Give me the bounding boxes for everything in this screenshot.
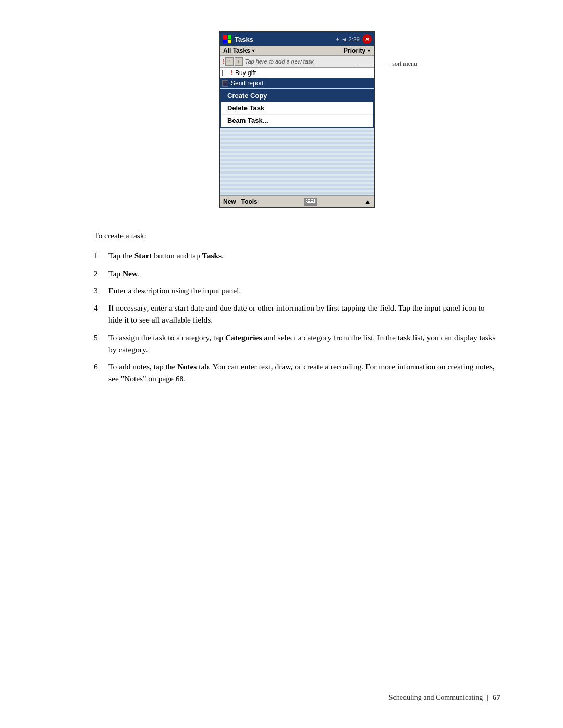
- task-list: ! Buy gift Send report Create Copy Delet…: [220, 68, 374, 128]
- filter-bar: All Tasks ▼ Priority ▼: [220, 46, 374, 56]
- priority-arrow: ▼: [366, 48, 371, 53]
- main-text-area: To create a task: 1 Tap the Start button…: [94, 229, 500, 385]
- delete-task-menu-item[interactable]: Delete Task: [221, 102, 373, 115]
- create-copy-menu-item[interactable]: Create Copy: [221, 90, 373, 102]
- list-item: 1 Tap the Start button and tap Tasks.: [94, 250, 500, 262]
- add-task-bar: ! ↕ ↓ Tap here to add a new task: [220, 56, 374, 68]
- step-content: Tap the Start button and tap Tasks.: [108, 250, 500, 262]
- svg-rect-3: [309, 199, 310, 200]
- step-content: To assign the task to a category, tap Ca…: [108, 331, 500, 356]
- priority-dropdown[interactable]: Priority ▼: [344, 47, 371, 54]
- close-button[interactable]: ✕: [362, 34, 372, 44]
- all-tasks-dropdown[interactable]: All Tasks ▼: [223, 47, 256, 54]
- svg-rect-8: [308, 201, 309, 202]
- sort-down-button[interactable]: ↓: [235, 57, 243, 66]
- pda-titlebar: Tasks ✦ ◄ 2:29 ✕: [220, 32, 374, 46]
- step-number: 6: [94, 361, 108, 385]
- step-content: If necessary, enter a start date and due…: [108, 302, 500, 326]
- add-task-placeholder[interactable]: Tap here to add a new task: [245, 58, 314, 65]
- bold-start: Start: [134, 251, 152, 260]
- task-priority-icon: !: [231, 69, 233, 77]
- svg-rect-4: [311, 199, 312, 200]
- footer-separator: |: [487, 694, 488, 702]
- bold-notes: Notes: [177, 362, 197, 371]
- task-checkbox[interactable]: [222, 80, 228, 87]
- footer-section: Scheduling and Communicating: [389, 694, 483, 702]
- beam-task-menu-item[interactable]: Beam Task...: [221, 115, 373, 127]
- svg-rect-9: [309, 201, 310, 202]
- svg-rect-2: [308, 199, 309, 200]
- step-number: 5: [94, 331, 108, 356]
- intro-paragraph: To create a task:: [94, 229, 500, 241]
- task-label: Buy gift: [235, 69, 256, 77]
- windows-logo-icon: [223, 34, 232, 44]
- tools-button[interactable]: Tools: [241, 198, 258, 205]
- new-button[interactable]: New: [223, 198, 236, 205]
- sort-up-button[interactable]: ↕: [225, 57, 234, 66]
- step-content: To add notes, tap the Notes tab. You can…: [108, 361, 500, 385]
- priority-label: Priority: [344, 47, 365, 54]
- pda-screen: Tasks ✦ ◄ 2:29 ✕ All Tasks ▼ Priority ▼: [219, 31, 375, 208]
- bold-new: New: [123, 269, 138, 278]
- task-label: Send report: [231, 80, 264, 87]
- page-footer: Scheduling and Communicating | 67: [389, 693, 500, 702]
- callout-label: sort menu: [392, 60, 417, 68]
- page-number: 67: [493, 693, 500, 702]
- step-number: 3: [94, 285, 108, 297]
- all-tasks-arrow: ▼: [251, 48, 256, 53]
- svg-rect-13: [307, 202, 314, 203]
- task-row[interactable]: ! Buy gift: [220, 68, 374, 78]
- step-content: Enter a description using the input pane…: [108, 285, 500, 297]
- list-item: 4 If necessary, enter a start date and d…: [94, 302, 500, 326]
- step-number: 4: [94, 302, 108, 326]
- priority-indicator: !: [222, 58, 224, 65]
- svg-rect-1: [306, 199, 307, 200]
- svg-rect-12: [314, 200, 315, 203]
- steps-list: 1 Tap the Start button and tap Tasks. 2 …: [94, 250, 500, 385]
- svg-rect-6: [314, 199, 315, 200]
- scroll-up-icon[interactable]: ▲: [364, 198, 371, 206]
- task-checkbox[interactable]: [222, 70, 228, 76]
- list-item: 6 To add notes, tap the Notes tab. You c…: [94, 361, 500, 385]
- step-number: 2: [94, 267, 108, 279]
- svg-rect-5: [312, 199, 313, 200]
- svg-rect-7: [306, 201, 307, 202]
- svg-rect-10: [311, 201, 312, 202]
- app-title: Tasks: [235, 35, 335, 43]
- list-item: 3 Enter a description using the input pa…: [94, 285, 500, 297]
- bold-tasks: Tasks: [202, 251, 222, 260]
- list-item: 5 To assign the task to a category, tap …: [94, 331, 500, 356]
- task-row-highlighted[interactable]: Send report: [220, 78, 374, 89]
- step-number: 1: [94, 250, 108, 262]
- empty-task-area: [220, 128, 374, 195]
- status-icons: ✦ ◄ 2:29: [335, 36, 360, 43]
- step-content: Tap New.: [108, 267, 500, 279]
- callout-line: [358, 64, 389, 64]
- svg-rect-11: [312, 201, 313, 202]
- all-tasks-label: All Tasks: [223, 47, 250, 54]
- sort-menu-callout: sort menu: [358, 60, 417, 68]
- pda-bottom-bar: New Tools: [220, 195, 374, 207]
- keyboard-icon[interactable]: [304, 198, 317, 206]
- bold-categories: Categories: [225, 333, 262, 342]
- context-menu: Create Copy Delete Task Beam Task...: [220, 89, 374, 128]
- list-item: 2 Tap New.: [94, 267, 500, 279]
